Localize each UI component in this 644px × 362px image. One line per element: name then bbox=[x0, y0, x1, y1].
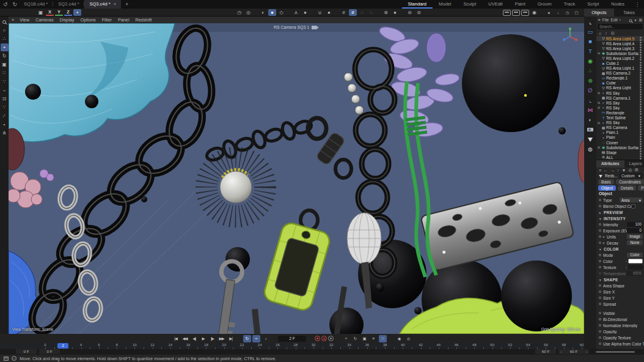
split-tool[interactable]: ⋔ bbox=[1, 129, 9, 137]
value-pill[interactable]: Color bbox=[627, 253, 643, 257]
layout-tab-standard[interactable]: Standard bbox=[402, 0, 433, 9]
stepper-left-icon[interactable]: ‹ bbox=[559, 349, 563, 354]
file-menu[interactable]: File bbox=[602, 18, 609, 22]
animation-dot[interactable] bbox=[599, 303, 601, 305]
animation-dot[interactable] bbox=[599, 342, 601, 345]
rotate-tool[interactable]: ↻ bbox=[1, 52, 9, 60]
attr-toolbar-icon-3[interactable]: ↑ bbox=[617, 168, 620, 172]
playhead[interactable]: 2 bbox=[57, 343, 68, 349]
magnet-icon[interactable]: ∪ bbox=[316, 9, 324, 16]
object-item-stage[interactable]: ▤Stage bbox=[596, 150, 644, 155]
search-icon[interactable] bbox=[629, 19, 632, 22]
snap-disabled-icon[interactable]: ○ bbox=[358, 9, 366, 16]
key-rotation-button[interactable]: ↻ bbox=[351, 335, 359, 342]
value-pill[interactable]: None bbox=[627, 240, 643, 245]
sky-icon[interactable]: ◐ bbox=[585, 116, 596, 125]
quantize-playback-button[interactable]: ┅ bbox=[252, 335, 260, 342]
section-header-intensity[interactable]: ▾INTENSITY bbox=[596, 215, 644, 221]
animation-dot[interactable] bbox=[599, 312, 601, 314]
visibility-dots[interactable] bbox=[640, 146, 642, 147]
animation-dot[interactable] bbox=[599, 318, 601, 320]
visibility-dots[interactable] bbox=[640, 106, 642, 108]
animation-dot[interactable] bbox=[599, 199, 601, 201]
symmetry-icon[interactable]: ⋈ bbox=[585, 106, 596, 115]
close-tab-icon[interactable]: × bbox=[114, 1, 116, 7]
rectangle-spline-icon[interactable]: ▭ bbox=[585, 28, 596, 37]
object-item-rs-area-light-2[interactable]: ▽RS Area Light.2 bbox=[596, 56, 644, 61]
object-item-rs-area-light-1[interactable]: ▽RS Area Light.1 bbox=[596, 66, 644, 71]
document-tab-sq1b-c4d[interactable]: SQ1B.c4d * bbox=[19, 0, 53, 9]
attr-toolbar-icon-2[interactable]: → bbox=[610, 168, 615, 172]
visibility-dots[interactable] bbox=[640, 81, 642, 83]
object-item-rs-camera-2[interactable]: ▦RS Camera.2 bbox=[596, 71, 644, 76]
cube-primitive-icon[interactable]: ■ bbox=[585, 37, 596, 46]
attributes-tab-layers[interactable]: Layers bbox=[624, 160, 644, 168]
light-icon[interactable] bbox=[585, 135, 596, 144]
attr-toolbar-icon-6[interactable]: ⊞ bbox=[635, 168, 639, 172]
visibility-dots[interactable] bbox=[640, 131, 642, 133]
character-joint-icon[interactable]: ⋏ bbox=[292, 9, 300, 16]
visibility-dots[interactable] bbox=[640, 37, 642, 39]
locate-icon[interactable]: ◎ bbox=[611, 31, 615, 35]
point-paint-tool[interactable]: ∵ bbox=[1, 103, 9, 111]
visibility-dots[interactable] bbox=[640, 111, 642, 113]
document-tab-sq2-c4d[interactable]: SQ2.c4d * bbox=[53, 0, 84, 9]
attr-tab-button-details[interactable]: Details bbox=[618, 185, 636, 191]
object-item-text-spline[interactable]: TText Spline bbox=[596, 116, 644, 120]
new-tab-button[interactable]: + bbox=[121, 1, 133, 7]
layout-tab-script[interactable]: Script bbox=[581, 0, 605, 9]
animation-dot[interactable] bbox=[599, 324, 601, 327]
timer-icon[interactable]: ◷ bbox=[563, 9, 571, 16]
timeline-ruler[interactable]: 0468101214161820222426283032343638404244… bbox=[0, 343, 584, 349]
layout-tab-sculpt[interactable]: Sculpt bbox=[457, 0, 482, 9]
arrow-down-icon[interactable]: ↓ bbox=[554, 9, 562, 16]
key-position-button[interactable]: + bbox=[342, 335, 350, 342]
value-input[interactable]: 0 bbox=[627, 228, 643, 233]
visibility-dots[interactable] bbox=[640, 141, 642, 142]
visibility-dots[interactable] bbox=[640, 96, 642, 98]
snap-disabled2-icon[interactable]: ○ bbox=[367, 9, 375, 16]
viewport-menu-redshift[interactable]: Redshift bbox=[133, 17, 155, 23]
animation-dot[interactable] bbox=[599, 290, 601, 293]
spline-pen-icon[interactable]: ⌞ bbox=[585, 18, 596, 27]
attributes-tab-attributes[interactable]: Attributes bbox=[596, 160, 624, 168]
history-icon[interactable]: ◷ bbox=[235, 9, 243, 16]
prev-key-button[interactable]: ◀◀ bbox=[181, 335, 189, 342]
visibility-dots[interactable] bbox=[640, 91, 642, 93]
joint-sphere-icon[interactable]: ● bbox=[301, 9, 309, 16]
animation-dot[interactable] bbox=[599, 266, 601, 268]
remove-circle-icon[interactable]: ⊖ bbox=[406, 9, 414, 16]
layout-tab-paint[interactable]: Paint bbox=[509, 0, 532, 9]
snap-grid-icon[interactable]: # bbox=[349, 9, 357, 16]
visibility-dots[interactable] bbox=[640, 86, 642, 88]
value-input[interactable]: 100 bbox=[627, 222, 643, 227]
object-item-plain[interactable]: +Plain bbox=[596, 135, 644, 140]
stepper-right-icon[interactable]: › bbox=[585, 349, 588, 354]
value-input[interactable]: 6500 bbox=[627, 271, 643, 276]
edit-menu[interactable]: Edit bbox=[610, 18, 617, 22]
loop-playback-button[interactable]: ↻ bbox=[243, 335, 251, 342]
viewport-search-tool[interactable] bbox=[1, 18, 9, 26]
half-sphere-icon[interactable]: ◐ bbox=[259, 9, 267, 16]
viewport-canvas[interactable] bbox=[9, 23, 584, 334]
quantize-tool[interactable]: ∵ bbox=[1, 78, 9, 86]
render-settings-button[interactable] bbox=[521, 10, 529, 16]
empty-value-box[interactable] bbox=[628, 265, 643, 270]
status-grid-icon[interactable] bbox=[4, 356, 9, 361]
axis-mode-button[interactable]: + bbox=[73, 9, 81, 16]
key-scale-button[interactable]: ▣ bbox=[360, 335, 368, 342]
visibility-dots[interactable] bbox=[640, 42, 642, 43]
animation-dot[interactable] bbox=[599, 284, 601, 287]
section-header-preview[interactable]: ▸PREVIEW bbox=[596, 209, 644, 215]
object-item-rs-camera[interactable]: ▦RS Camera bbox=[596, 125, 644, 130]
layout-tab-uvedit[interactable]: UVEdit bbox=[482, 0, 508, 9]
object-item-rectangle[interactable]: ▭Rectangle bbox=[596, 110, 644, 115]
visibility-dots[interactable] bbox=[640, 56, 642, 58]
pen-tool[interactable]: ∕ bbox=[1, 112, 9, 120]
script-window-icon[interactable]: ▢ bbox=[573, 9, 580, 16]
effector-icon[interactable]: ⊛ bbox=[585, 76, 596, 86]
expand-panel-icon[interactable]: ⊞ bbox=[639, 18, 642, 23]
object-item-all[interactable]: ≣ALL bbox=[596, 155, 644, 160]
fracture-icon[interactable]: ∴ bbox=[585, 67, 596, 76]
axis-lock-x[interactable]: X bbox=[46, 9, 54, 16]
